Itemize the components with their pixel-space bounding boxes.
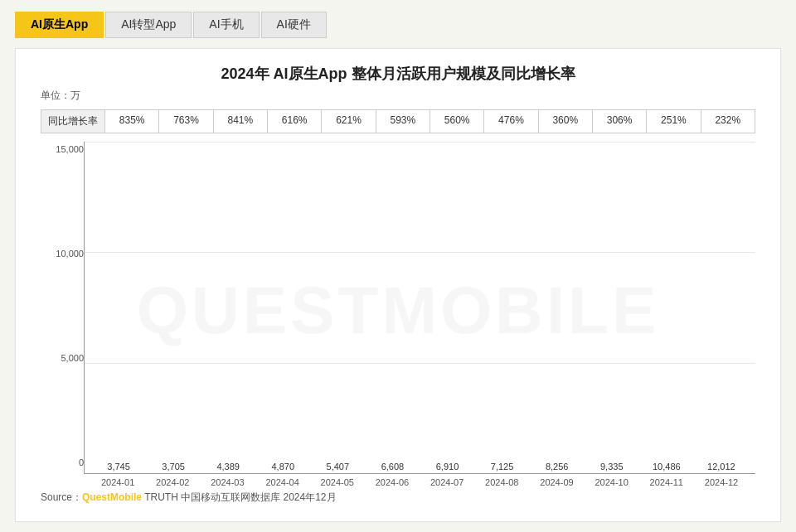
bar-chart-area: QUESTMOBILE 15,000 10,000 5,000 0 — [41, 142, 755, 487]
x-label-2024-06: 2024-06 — [365, 477, 420, 487]
bar-value-2024-06: 6,608 — [381, 462, 405, 472]
tab-ai-hardware[interactable]: AI硬件 — [261, 12, 327, 38]
tab-ai-native[interactable]: AI原生App — [15, 12, 104, 38]
x-label-2024-02: 2024-02 — [145, 477, 200, 487]
growth-cell-11: 251% — [647, 110, 701, 133]
bar-value-2024-11: 10,486 — [653, 462, 681, 472]
bar-col-2024-10: 9,335 — [585, 462, 639, 473]
bar-col-2024-09: 8,256 — [530, 462, 585, 473]
y-label-5000: 5,000 — [41, 354, 84, 363]
bar-col-2024-06: 6,608 — [365, 462, 420, 473]
tab-ai-phone[interactable]: AI手机 — [193, 12, 259, 38]
growth-cell-6: 593% — [376, 110, 430, 133]
bar-value-2024-07: 6,910 — [436, 462, 459, 472]
chart-title: 2024年 AI原生App 整体月活跃用户规模及同比增长率 — [41, 64, 755, 84]
bar-value-2024-05: 5,407 — [327, 462, 350, 472]
y-label-0: 0 — [41, 458, 84, 467]
y-axis: 15,000 10,000 5,000 0 — [41, 142, 84, 487]
x-label-2024-09: 2024-09 — [529, 477, 584, 487]
x-label-2024-07: 2024-07 — [420, 477, 474, 487]
growth-cell-9: 360% — [539, 110, 593, 133]
bar-col-2024-08: 7,125 — [475, 462, 530, 473]
growth-cell-7: 560% — [430, 110, 484, 133]
source-suffix: TRUTH 中国移动互联网数据库 2024年12月 — [142, 491, 337, 503]
source-line: Source：QuestMobile TRUTH 中国移动互联网数据库 2024… — [41, 491, 755, 505]
growth-cell-10: 306% — [593, 110, 647, 133]
x-label-2024-11: 2024-11 — [639, 477, 694, 487]
y-label-15000: 15,000 — [41, 145, 84, 154]
unit-label: 单位：万 — [41, 89, 755, 103]
bar-value-2024-08: 7,125 — [491, 462, 514, 472]
bars-row: 3,7453,7054,3894,8705,4076,6086,9107,125… — [85, 142, 755, 473]
bars-wrapper: 15,000 10,000 5,000 0 3,7453,7054,3894, — [41, 142, 755, 487]
bar-col-2024-05: 5,407 — [310, 462, 365, 473]
growth-values: 835%763%841%616%621%593%560%476%360%306%… — [105, 110, 755, 133]
growth-cell-3: 841% — [214, 110, 268, 133]
x-label-2024-03: 2024-03 — [200, 477, 255, 487]
bar-col-2024-04: 4,870 — [255, 462, 310, 473]
growth-cell-8: 476% — [484, 110, 538, 133]
bar-col-2024-07: 6,910 — [420, 462, 474, 473]
growth-header: 同比增长率 — [41, 110, 105, 133]
x-label-2024-01: 2024-01 — [90, 477, 145, 487]
bar-value-2024-01: 3,745 — [107, 462, 130, 472]
bar-value-2024-03: 4,389 — [216, 462, 240, 472]
growth-cell-2: 763% — [159, 110, 213, 133]
tab-ai-transform[interactable]: AI转型App — [105, 12, 192, 38]
x-label-2024-05: 2024-05 — [310, 477, 365, 487]
y-label-10000: 10,000 — [41, 249, 84, 259]
bar-value-2024-12: 12,012 — [707, 462, 735, 472]
tab-bar: AI原生App AI转型App AI手机 AI硬件 — [0, 0, 796, 38]
bars-and-x: 3,7453,7054,3894,8705,4076,6086,9107,125… — [84, 142, 755, 487]
x-label-2024-10: 2024-10 — [585, 477, 639, 487]
growth-cell-4: 616% — [268, 110, 322, 133]
bar-col-2024-03: 4,389 — [201, 462, 255, 473]
growth-cell-5: 621% — [322, 110, 376, 133]
bar-value-2024-10: 9,335 — [600, 462, 624, 472]
x-axis: 2024-012024-022024-032024-042024-052024-… — [84, 474, 755, 487]
bar-col-2024-11: 10,486 — [639, 462, 694, 473]
bar-value-2024-02: 3,705 — [162, 462, 185, 472]
chart-container: 2024年 AI原生App 整体月活跃用户规模及同比增长率 单位：万 同比增长率… — [15, 48, 781, 522]
bar-col-2024-12: 12,012 — [694, 462, 749, 473]
bars-grid: 3,7453,7054,3894,8705,4076,6086,9107,125… — [84, 142, 755, 474]
x-label-2024-04: 2024-04 — [255, 477, 310, 487]
source-prefix: Source： — [41, 491, 82, 503]
x-label-2024-08: 2024-08 — [474, 477, 529, 487]
bar-col-2024-02: 3,705 — [146, 462, 201, 473]
bar-value-2024-09: 8,256 — [546, 462, 569, 472]
bar-col-2024-01: 3,745 — [91, 462, 146, 473]
source-mobile: Mobile — [110, 491, 142, 503]
growth-cell-12: 232% — [701, 110, 755, 133]
growth-table: 同比增长率 835%763%841%616%621%593%560%476%36… — [41, 109, 755, 133]
source-quest: Quest — [82, 491, 110, 503]
x-label-2024-12: 2024-12 — [694, 477, 749, 487]
bar-value-2024-04: 4,870 — [272, 462, 295, 472]
growth-cell-1: 835% — [105, 110, 159, 133]
